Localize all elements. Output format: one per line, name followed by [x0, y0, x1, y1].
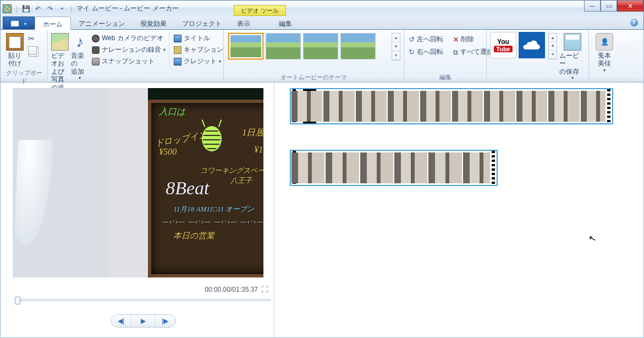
redo-icon[interactable]: ↷: [45, 4, 55, 14]
close-button[interactable]: ✕: [617, 1, 643, 12]
quick-access-toolbar: | 💾 ↶ ↷ ▾ |: [15, 4, 73, 14]
preview-pane: 入口は ドロップイン ¥500 1日居て ¥1,00 コワーキングスペース 八王…: [1, 83, 274, 337]
window-title: マイ ムービー - ムービー メーカー: [76, 4, 178, 13]
time-display-row: 00:00.00/01:35.37 ⛶: [13, 285, 274, 293]
prev-frame-button[interactable]: ◀|: [112, 315, 131, 327]
timeline-clip[interactable]: ▌: [290, 88, 613, 124]
add-video-icon: [51, 33, 69, 51]
theme-gallery[interactable]: [227, 32, 388, 61]
add-caption-button[interactable]: キャプション: [173, 45, 224, 55]
tab-view[interactable]: 表示: [229, 17, 258, 29]
share-onedrive-button[interactable]: [519, 32, 545, 58]
ribbon-tabstrip: ▾ ホーム アニメーション 視覚効果 プロジェクト 表示 編集 ?: [0, 17, 644, 30]
file-tab-icon: [11, 21, 19, 26]
rotate-right-button[interactable]: ↻ 右へ回転: [408, 47, 444, 57]
window-controls: ─ ▭ ✕: [584, 1, 643, 12]
tab-home[interactable]: ホーム: [35, 17, 71, 30]
paste-icon: [6, 33, 24, 51]
group-add: ビデオおよび 写真の追加 ▾ ♪ 音楽の 追加 ▾ Web カメラのビデオ ナレ…: [48, 30, 224, 82]
playback-time: 00:00.00/01:35.37: [205, 286, 258, 293]
timeline-clip[interactable]: [290, 150, 498, 186]
youtube-icon: You: [497, 38, 509, 46]
seek-thumb[interactable]: [15, 297, 20, 304]
camera-icon: [92, 58, 100, 66]
next-frame-button[interactable]: |▶: [156, 315, 175, 327]
user-icon: 👤: [596, 33, 613, 51]
copy-button[interactable]: [28, 46, 37, 55]
window-titlebar: | 💾 ↶ ↷ ▾ | マイ ムービー - ムービー メーカー ビデオ ツール …: [0, 0, 644, 17]
webcam-video-button[interactable]: Web カメラのビデオ: [91, 33, 167, 43]
add-title-button[interactable]: タイトル: [173, 33, 224, 43]
rotate-right-icon: ↻: [409, 48, 415, 56]
group-label: オートムービーのテーマ: [227, 72, 400, 82]
qat-customize-icon[interactable]: ▾: [57, 4, 67, 14]
music-note-icon: ♪: [71, 33, 89, 51]
onedrive-icon: [522, 39, 541, 51]
play-button[interactable]: ▶: [131, 315, 156, 327]
signin-button[interactable]: 👤 兎本 美佳 ▾: [592, 32, 617, 73]
add-credits-button[interactable]: クレジット ▾: [173, 56, 224, 67]
rotate-left-button[interactable]: ↻ 左へ回転: [408, 34, 444, 45]
group-signin: 👤 兎本 美佳 ▾: [589, 30, 620, 82]
group-automovie-themes: ▲▼▾ オートムービーのテーマ: [224, 30, 404, 82]
file-tab[interactable]: ▾: [3, 17, 35, 29]
theme-thumb[interactable]: [266, 33, 301, 59]
webcam-icon: [92, 35, 100, 42]
tab-project[interactable]: プロジェクト: [174, 17, 229, 29]
minimize-button[interactable]: ─: [584, 1, 601, 12]
cut-button[interactable]: ✂: [28, 34, 37, 43]
delete-icon: ✕: [453, 36, 459, 43]
snapshot-button[interactable]: スナップショット: [91, 56, 167, 67]
playback-controls: ◀| ▶ |▶: [13, 314, 274, 328]
undo-icon[interactable]: ↶: [33, 4, 43, 14]
preview-chalkboard: 入口は ドロップイン ¥500 1日居て ¥1,00 コワーキングスペース 八王…: [148, 100, 263, 277]
content-area: 入口は ドロップイン ¥500 1日居て ¥1,00 コワーキングスペース 八王…: [0, 83, 644, 338]
share-more-button[interactable]: ▲▼▾: [548, 33, 557, 59]
timeline-pane[interactable]: ▌: [274, 83, 643, 337]
rotate-left-icon: ↻: [409, 35, 415, 43]
app-icon: [3, 4, 12, 13]
help-icon[interactable]: ?: [630, 19, 638, 26]
seek-bar[interactable]: [15, 299, 271, 307]
theme-thumb[interactable]: [340, 33, 376, 59]
tab-animation[interactable]: アニメーション: [71, 17, 133, 29]
maximize-button[interactable]: ▭: [601, 1, 617, 12]
fullscreen-icon[interactable]: ⛶: [261, 285, 268, 293]
group-edit: ↻ 左へ回転 ✕ 削除 ↻ 右へ回転 ⧉ すべて選択 編集: [404, 30, 487, 82]
preview-player[interactable]: 入口は ドロップイン ¥500 1日居て ¥1,00 コワーキングスペース 八王…: [13, 88, 263, 277]
add-music-button[interactable]: ♪ 音楽の 追加 ▾: [71, 32, 89, 81]
paste-button[interactable]: 貼り 付け: [4, 32, 26, 68]
contextual-tab-video-tools[interactable]: ビデオ ツール: [234, 5, 286, 16]
select-all-icon: ⧉: [453, 48, 458, 56]
save-icon[interactable]: 💾: [21, 4, 31, 14]
record-narration-button[interactable]: ナレーションの録音 ▾: [91, 45, 167, 55]
preview-frame-decoration: [14, 140, 57, 261]
theme-thumb[interactable]: [228, 33, 263, 59]
delete-button[interactable]: ✕ 削除: [452, 34, 475, 45]
gallery-more-button[interactable]: ▲▼▾: [392, 33, 400, 61]
credits-icon: [174, 58, 181, 66]
share-youtube-button[interactable]: You Tube: [490, 32, 516, 58]
theme-thumb[interactable]: [303, 33, 338, 59]
caption-icon: [174, 46, 181, 54]
microphone-icon: [92, 46, 100, 54]
group-clipboard: 貼り 付け ✂ クリップボード: [1, 30, 48, 82]
save-movie-icon: [564, 33, 581, 51]
group-label: 編集: [408, 72, 483, 82]
title-icon: [174, 35, 181, 42]
ribbon: 貼り 付け ✂ クリップボード ビデオおよび 写真の追加 ▾ ♪ 音楽の 追加 …: [0, 30, 644, 83]
tab-visual-effects[interactable]: 視覚効果: [133, 17, 174, 29]
tab-edit[interactable]: 編集: [271, 17, 300, 29]
group-share: You Tube ▲▼▾ ムービー の保存 ▾ 共有: [487, 30, 589, 82]
bee-icon: [195, 119, 228, 158]
save-movie-button[interactable]: ムービー の保存 ▾: [559, 32, 585, 81]
